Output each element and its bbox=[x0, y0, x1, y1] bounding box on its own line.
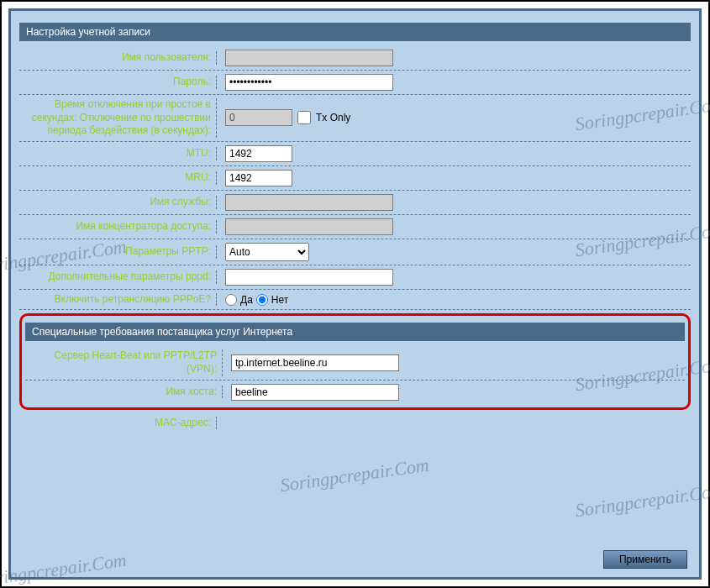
txonly-checkbox[interactable] bbox=[297, 111, 311, 124]
username-input[interactable] bbox=[225, 50, 393, 66]
mtu-label: MTU: bbox=[19, 147, 217, 160]
concentrator-input[interactable] bbox=[225, 218, 393, 235]
mtu-input[interactable] bbox=[225, 145, 292, 162]
password-label: Пароль: bbox=[19, 76, 217, 89]
pppd-input[interactable] bbox=[225, 269, 393, 286]
idle-input[interactable] bbox=[225, 109, 292, 126]
relay-yes-radio[interactable] bbox=[225, 294, 237, 306]
pptp-select[interactable]: Auto bbox=[225, 243, 309, 261]
mru-input[interactable] bbox=[225, 170, 292, 186]
hostname-label: Имя хоста: bbox=[25, 386, 223, 399]
section-account-title: Настройка учетной записи bbox=[19, 23, 691, 41]
isp-highlight-box: Специальные требования поставщика услуг … bbox=[19, 313, 691, 409]
section-isp-title: Специальные требования поставщика услуг … bbox=[25, 323, 685, 341]
relay-no-radio[interactable] bbox=[256, 294, 268, 306]
username-label: Имя пользователя: bbox=[19, 51, 217, 65]
mac-label: MAC-адрес: bbox=[19, 417, 217, 430]
hostname-input[interactable] bbox=[231, 384, 399, 401]
service-input[interactable] bbox=[225, 194, 393, 211]
txonly-label: Tx Only bbox=[316, 112, 350, 123]
pppd-label: Дополнительные параметры pppd: bbox=[19, 270, 217, 284]
settings-panel: Настройка учетной записи Имя пользовател… bbox=[8, 8, 702, 580]
watermark: Soringpcrepair.Com bbox=[574, 480, 710, 522]
service-label: Имя службы: bbox=[19, 196, 217, 209]
concentrator-label: Имя концентратора доступа: bbox=[19, 220, 217, 234]
relay-no-label: Нет bbox=[271, 294, 288, 306]
watermark: Soringpcrepair.Com bbox=[0, 549, 128, 588]
mru-label: MRU: bbox=[19, 171, 217, 185]
password-input[interactable] bbox=[225, 74, 393, 91]
pptp-label: Параметры PPTP: bbox=[19, 245, 217, 259]
watermark: Soringpcrepair.Com bbox=[279, 454, 430, 497]
relay-label: Включить ретрансляцию PPPoE? bbox=[19, 293, 217, 307]
apply-button[interactable]: Применить bbox=[603, 550, 687, 569]
heartbeat-label: Сервер Heart-Beat или PPTP/L2TP (VPN): bbox=[25, 349, 223, 375]
idle-label: Время отключения при простое в секундах:… bbox=[19, 98, 217, 138]
heartbeat-input[interactable] bbox=[231, 354, 399, 371]
relay-yes-label: Да bbox=[240, 294, 253, 306]
